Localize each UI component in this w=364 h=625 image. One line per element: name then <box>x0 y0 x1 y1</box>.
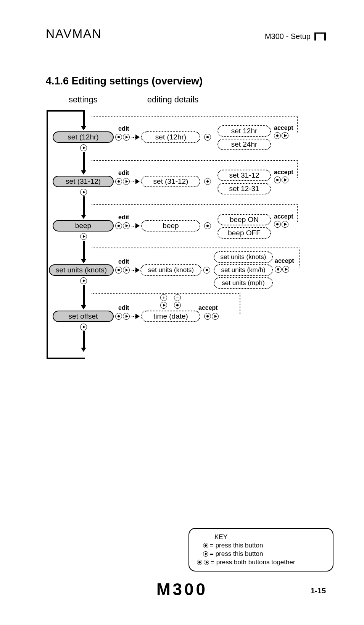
breadcrumb: M300 - Setup <box>265 32 311 41</box>
play-button-icon <box>80 324 87 330</box>
flowchart-diagram: settings editing details set (12hr) edit… <box>46 95 328 370</box>
play-button-icon <box>204 560 209 565</box>
dot-button-icon <box>204 178 211 185</box>
key-row: = press this button <box>203 542 326 549</box>
button-pair-icon <box>115 134 130 141</box>
button-pair-icon <box>115 222 130 229</box>
header-right: M300 - Setup <box>150 30 326 41</box>
footer-model: M300 <box>156 580 208 599</box>
key-row: = press this button <box>203 550 326 558</box>
key-legend: KEY = press this button = press this but… <box>188 528 333 572</box>
page-number: 1-15 <box>311 586 326 595</box>
page-header: NAVMAN M300 - Setup <box>46 27 326 41</box>
play-button-icon <box>80 144 87 151</box>
dot-button-icon <box>204 134 211 141</box>
option-pill: beep OFF <box>217 227 271 239</box>
play-button-icon <box>80 189 87 196</box>
option-pill: set units (mph) <box>214 277 273 289</box>
column-header-details: editing details <box>147 95 199 105</box>
dot-button-icon <box>197 560 202 565</box>
button-pair-icon <box>115 267 130 274</box>
key-title: KEY <box>214 533 326 541</box>
key-row: = press both buttons together <box>197 559 326 566</box>
dot-button-icon <box>115 134 122 141</box>
dot-button-icon <box>203 543 208 548</box>
play-button-icon <box>123 134 130 141</box>
dot-button-icon <box>203 267 210 274</box>
play-button-icon <box>80 233 87 240</box>
button-pair-icon <box>115 178 130 185</box>
option-pill: set 12-31 <box>217 183 271 194</box>
brand-logo: NAVMAN <box>46 27 102 41</box>
dot-button-icon <box>204 222 211 229</box>
play-button-icon <box>203 551 208 557</box>
up-icon <box>314 32 326 40</box>
play-button-icon <box>80 277 87 284</box>
section-title: 4.1.6 Editing settings (overview) <box>46 75 326 87</box>
option-pill: set 24hr <box>217 139 271 150</box>
column-header-settings: settings <box>69 95 98 105</box>
